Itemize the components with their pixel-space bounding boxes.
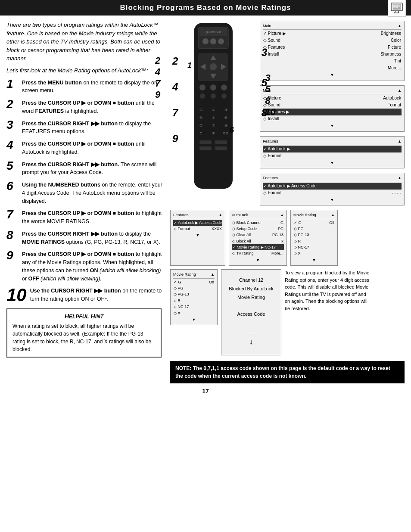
step-num-6: 6	[6, 180, 19, 192]
page-header: Blocking Programs Based on Movie Ratings	[0, 0, 411, 16]
step-text-10: Use the CURSOR RIGHT ▶▶ button on the re…	[30, 287, 166, 303]
svg-point-22	[200, 93, 205, 99]
intro-paragraph: There are two types of program ratings w…	[6, 21, 166, 63]
svg-point-11	[210, 38, 216, 44]
step-text-2: Press the CURSOR UP ▶ or DOWN ■ button u…	[22, 99, 166, 115]
step-label-2479: 2479	[155, 55, 160, 101]
step-text-5: Press the CURSOR RIGHT ▶▶ button. The sc…	[22, 161, 166, 177]
svg-text:⑧: ⑧	[212, 124, 215, 128]
step-num-9: 9	[6, 249, 19, 261]
step-num-4: 4	[6, 139, 19, 151]
svg-text:QuadraSurf: QuadraSurf	[206, 31, 221, 34]
step-label-4: 4	[172, 81, 178, 93]
step-1: 1 Press the MENU button on the remote to…	[6, 79, 166, 95]
screen-channel-blocked: Channel 12 Blocked By AutoLock Movie Rat…	[221, 269, 281, 355]
tv-icon	[390, 1, 404, 15]
svg-text:②: ②	[212, 108, 215, 112]
step-label-3-r: 3	[262, 47, 267, 59]
svg-text:⑥: ⑥	[224, 116, 227, 120]
svg-point-12	[218, 38, 224, 44]
bottom-note-row: NOTE: The 0,7,1,1 access code shown on t…	[0, 358, 411, 386]
menu-screens-stack: Main▲ ✓ Picture ▶Brightness ◇ SoundColor…	[260, 21, 405, 205]
step-4: 4 Press the CURSOR UP ▶ or DOWN ■ button…	[6, 140, 166, 156]
step-num-5: 5	[6, 160, 19, 172]
page-title: Blocking Programs Based on Movie Ratings	[120, 3, 291, 12]
step-label-7: 7	[172, 107, 178, 119]
svg-text:⑤: ⑤	[212, 116, 215, 120]
note-text: NOTE: The 0,7,1,1 access code shown on t…	[175, 365, 390, 379]
step-3: 3 Press the CURSOR RIGHT ▶▶ button to di…	[6, 120, 166, 136]
svg-rect-40	[215, 146, 227, 150]
menu-screen-features: Main▲ ◇ PictureAutoLock ◇ SoundFormat ✓ …	[260, 85, 405, 132]
step-7: 7 Press the CURSOR UP ▶ or DOWN ■ button…	[6, 209, 166, 226]
step-label-9: 9	[172, 133, 178, 145]
bottom-screens-row: Features▲ ✓ AutoLock ▶ Access Code ◇ For…	[170, 210, 405, 266]
step-num-10: 10	[6, 286, 27, 304]
step-num-8: 8	[6, 229, 19, 241]
svg-text:④: ④	[199, 116, 202, 120]
channel-line1: Channel 12	[226, 276, 277, 285]
helpful-hint-text: When a rating is set to block, all highe…	[12, 322, 156, 353]
step-5: 5 Press the CURSOR RIGHT ▶▶ button. The …	[6, 161, 166, 177]
menu-screen-main: Main▲ ✓ Picture ▶Brightness ◇ SoundColor…	[260, 21, 405, 81]
svg-text:⊙: ⊙	[199, 131, 202, 135]
remote-area: 2 4 7 9 3 5 8 2479 35810	[170, 21, 256, 194]
step-label-2: 2	[172, 55, 178, 67]
svg-rect-38	[215, 140, 227, 144]
helpful-hint-box: HELPFUL HINT When a rating is set to blo…	[6, 308, 162, 358]
step-text-3: Press the CURSOR RIGHT ▶▶ button to disp…	[22, 120, 166, 136]
channel-line5: - - - -	[226, 327, 277, 336]
svg-text:⑦: ⑦	[199, 124, 202, 128]
svg-point-19	[199, 84, 206, 90]
screen-access-xxxx: Features▲ ✓ AutoLock ▶ Access Code ◇ For…	[170, 210, 225, 266]
page-number: 17	[0, 386, 411, 399]
step-text-8: Press the CURSOR RIGHT ▶▶ button to disp…	[22, 230, 166, 246]
intro-subtitle: Let's first look at the Movie Rating opt…	[6, 67, 166, 74]
step-6: 6 Using the NUMBERED buttons on the remo…	[6, 181, 166, 205]
svg-text:1: 1	[187, 61, 192, 70]
svg-point-10	[202, 38, 209, 44]
side-note-text: To view a program blocked by the Movie R…	[285, 269, 371, 312]
channel-line3: Movie Rating	[226, 293, 277, 302]
step-num-2: 2	[6, 98, 19, 110]
header-icon	[388, 0, 406, 17]
step-num-7: 7	[6, 208, 19, 221]
svg-rect-39	[199, 146, 212, 150]
screen-movie-rating-on: Movie Rating▲ ✓ GOn ◇ PG ◇ PG-13 ◇ R ◇ N…	[170, 269, 218, 325]
remote-svg: QuadraSurf	[183, 21, 243, 193]
helpful-hint-title: HELPFUL HINT	[12, 313, 156, 320]
step-num-3: 3	[6, 119, 19, 131]
svg-text:①: ①	[212, 131, 215, 135]
step-text-4: Press the CURSOR UP ▶ or DOWN ■ button u…	[22, 140, 166, 156]
step-9: 9 Press the CURSOR UP ▶ or DOWN ■ button…	[6, 250, 166, 283]
svg-point-21	[221, 84, 227, 90]
svg-point-24	[221, 93, 227, 99]
note-box: NOTE: The 0,7,1,1 access code shown on t…	[170, 361, 405, 383]
left-column: There are two types of program ratings w…	[6, 21, 166, 358]
step-text-1: Press the MENU button on the remote to d…	[22, 79, 166, 95]
svg-text:6: 6	[230, 126, 234, 134]
svg-point-18	[210, 63, 217, 70]
screen-movie-rating-off: Movie Rating▲ ✓ GOff ◇ PG ◇ PG-13 ◇ R ◇ …	[290, 210, 338, 266]
svg-text:③: ③	[224, 108, 227, 112]
menu-screen-autolock: Features▲ ✓ AutoLock ▶ ◇ Format ▼	[260, 136, 405, 169]
step-num-1: 1	[6, 78, 19, 90]
final-screens-row: Movie Rating▲ ✓ GOn ◇ PG ◇ PG-13 ◇ R ◇ N…	[170, 269, 405, 355]
svg-point-5	[398, 5, 400, 6]
step-label-358-10: 35810	[265, 72, 276, 118]
svg-rect-37	[199, 140, 212, 144]
svg-text:⑨: ⑨	[224, 124, 227, 128]
step-text-6: Using the NUMBERED buttons on the remote…	[22, 181, 166, 205]
menu-screen-access: Features▲ ✓ AutoLock ▶ Access Code ◇ For…	[260, 173, 405, 205]
right-column: 2 4 7 9 3 5 8 2479 35810	[170, 21, 405, 358]
svg-point-20	[210, 84, 216, 90]
svg-point-23	[211, 93, 216, 99]
svg-text:①: ①	[199, 108, 202, 112]
step-2: 2 Press the CURSOR UP ▶ or DOWN ■ button…	[6, 99, 166, 115]
step-10: 10 Use the CURSOR RIGHT ▶▶ button on the…	[6, 287, 166, 304]
svg-text:⊙⊙: ⊙⊙	[223, 131, 229, 135]
channel-line2: Blocked By AutoLock	[226, 285, 277, 293]
step-text-7: Press the CURSOR UP ▶ or DOWN ■ button t…	[22, 209, 166, 226]
channel-line4: Access Code	[226, 310, 277, 319]
step-8: 8 Press the CURSOR RIGHT ▶▶ button to di…	[6, 230, 166, 246]
